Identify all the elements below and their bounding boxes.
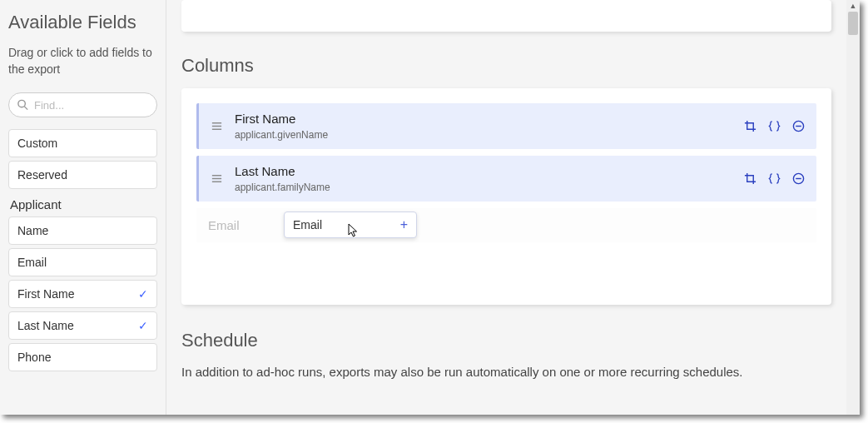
plus-icon: + [400,217,408,232]
sidebar-subtitle: Drag or click to add fields to the expor… [8,45,157,77]
scroll-up-icon[interactable]: ▲ [846,0,860,12]
search-icon [17,99,29,112]
group-label-applicant: Applicant [10,197,157,212]
search-wrap [8,92,157,117]
check-icon: ✓ [138,287,148,301]
check-icon: ✓ [138,319,148,332]
braces-icon[interactable] [768,172,781,185]
field-first-name[interactable]: First Name✓ [8,280,157,308]
column-name: Last Name [235,164,744,178]
column-row[interactable]: Last Name applicant.familyName [196,156,816,202]
scrollbar[interactable]: ▲ [846,0,860,415]
field-phone[interactable]: Phone [8,343,157,371]
column-path: applicant.givenName [235,129,744,141]
field-email[interactable]: Email [8,248,157,276]
crop-icon[interactable] [744,120,756,132]
svg-point-0 [18,101,25,107]
schedule-description: In addition to ad-hoc runs, exports may … [181,363,831,381]
field-last-name[interactable]: Last Name✓ [8,311,157,340]
columns-title: Columns [181,55,831,77]
remove-icon[interactable] [792,172,805,185]
sidebar-title: Available Fields [8,12,157,33]
main-panel: ▲ Columns First Name applicant.givenName [166,0,860,415]
search-input[interactable] [8,92,157,117]
remove-icon[interactable] [792,120,805,132]
braces-icon[interactable] [768,120,781,132]
top-card [181,0,831,32]
svg-line-1 [24,107,27,110]
scrollbar-thumb[interactable] [848,12,858,35]
drag-chip-label: Email [293,218,322,231]
schedule-title: Schedule [181,330,831,351]
drop-row[interactable]: Email Email + [196,208,816,242]
column-row[interactable]: First Name applicant.givenName [196,103,816,149]
field-custom[interactable]: Custom [8,129,157,157]
drag-handle-icon[interactable] [211,172,223,185]
drag-handle-icon[interactable] [211,120,223,132]
column-path: applicant.familyName [235,182,744,193]
drop-placeholder: Email [208,218,240,232]
columns-card: First Name applicant.givenName Last Name [181,88,831,305]
cursor-icon [348,223,361,243]
crop-icon[interactable] [744,172,756,185]
sidebar: Available Fields Drag or click to add fi… [0,0,166,415]
field-name[interactable]: Name [8,216,157,245]
field-reserved[interactable]: Reserved [8,161,157,189]
column-name: First Name [235,112,744,126]
